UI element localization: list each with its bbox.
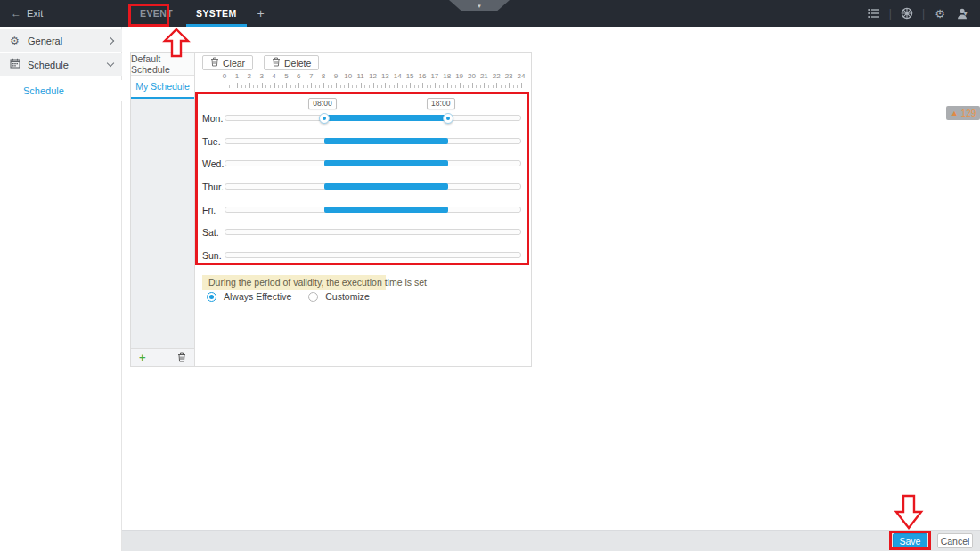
day-label: Thur.: [202, 182, 224, 192]
gear-icon: ⚙: [9, 35, 20, 47]
radio-circle-icon[interactable]: [308, 292, 318, 302]
warning-count: 129: [961, 109, 976, 118]
radio-customize[interactable]: Customize: [308, 291, 370, 302]
sidebar-subitem-schedule[interactable]: Schedule: [0, 80, 122, 101]
user-account-icon[interactable]: ▾: [955, 6, 969, 20]
day-row-thur: Thur.: [195, 183, 531, 194]
time-tooltip: 18:00: [427, 98, 455, 109]
ruler-hour-label: 1: [231, 72, 243, 80]
chevron-down-icon: [107, 60, 114, 67]
ruler-hour-label: 0: [218, 72, 231, 80]
ruler-hour-label: 22: [490, 72, 502, 80]
sidebar-item-general[interactable]: ⚙ General: [0, 29, 122, 52]
cancel-button[interactable]: Cancel: [937, 533, 973, 548]
delete-schedule-icon[interactable]: [177, 350, 186, 366]
ruler-hour-label: 24: [515, 72, 527, 80]
tab-system[interactable]: SYSTEM: [184, 0, 249, 27]
time-slider-track[interactable]: [225, 115, 521, 121]
time-tooltip: 08:00: [308, 98, 337, 109]
add-schedule-button[interactable]: +: [139, 352, 146, 363]
day-label: Sat.: [202, 227, 219, 238]
ruler-hour-label: 6: [292, 72, 305, 80]
profile-default-schedule[interactable]: Default Schedule: [131, 53, 194, 76]
ruler-hour-label: 2: [243, 72, 256, 80]
day-label: Tue.: [202, 136, 221, 147]
day-row-sat: Sat.: [195, 229, 531, 239]
save-button[interactable]: Save: [893, 533, 927, 548]
alarm-warning-badge[interactable]: ▲ 129: [946, 106, 980, 120]
time-slider-range[interactable]: [324, 138, 448, 144]
validity-note: During the period of validity, the execu…: [202, 275, 386, 290]
radio-always-effective[interactable]: Always Effective: [207, 291, 291, 302]
schedule-editor: Clear Delete 012345678910111213141516171…: [195, 53, 531, 366]
ruler-hour-label: 11: [355, 72, 367, 80]
sidebar-item-schedule[interactable]: Schedule: [0, 53, 122, 76]
tab-add[interactable]: +: [249, 0, 274, 27]
ruler-hour-label: 10: [342, 72, 355, 80]
day-label: Mon.: [202, 113, 223, 124]
slider-handle-end[interactable]: [443, 113, 453, 124]
ruler-hour-label: 4: [268, 72, 281, 80]
app-window: ← Exit EVENTSYSTEM+ ||⚙▾ ▾ ⚙ General Sch…: [0, 0, 980, 551]
day-row-sun: Sun.: [195, 252, 531, 263]
ruler-hour-label: 18: [441, 72, 453, 80]
time-slider-range[interactable]: [324, 207, 448, 213]
profile-list-toolbar: +: [131, 348, 194, 366]
exit-label: Exit: [27, 8, 43, 19]
time-slider-track[interactable]: [225, 252, 521, 258]
time-slider-track[interactable]: [225, 160, 521, 166]
ruler-hour-label: 3: [256, 72, 268, 80]
radio-circle-icon[interactable]: [207, 292, 216, 302]
ruler-hour-label: 21: [478, 72, 490, 80]
schedule-panel: Default ScheduleMy Schedule + Clear Dele…: [130, 52, 532, 367]
ruler-hour-label: 7: [305, 72, 317, 80]
menu-list-icon[interactable]: [867, 6, 881, 20]
back-arrow-icon: ←: [11, 7, 21, 20]
topbar-icons: ||⚙▾: [867, 0, 969, 27]
time-slider-range[interactable]: [324, 183, 448, 190]
ruler-hour-label: 14: [391, 72, 404, 80]
network-wheel-icon[interactable]: [900, 6, 914, 20]
ruler-hour-label: 20: [466, 72, 478, 80]
time-slider-track[interactable]: [225, 138, 521, 144]
day-row-fri: Fri.: [195, 207, 531, 217]
validity-options: Always Effective Customize: [207, 291, 370, 302]
ruler-hour-label: 17: [429, 72, 441, 80]
day-label: Fri.: [202, 205, 216, 215]
trash-icon: [210, 57, 219, 69]
ruler-hour-label: 12: [367, 72, 380, 80]
ruler-hour-label: 16: [416, 72, 429, 80]
ruler-hour-label: 8: [317, 72, 330, 80]
day-row-tue: Tue.: [195, 138, 531, 149]
gear-icon[interactable]: ⚙: [933, 6, 947, 20]
delete-button[interactable]: Delete: [264, 55, 319, 70]
exit-button[interactable]: ← Exit: [11, 0, 43, 27]
annotation-arrow-down: [894, 494, 924, 530]
profile-my-schedule[interactable]: My Schedule: [131, 76, 194, 99]
chevron-right-icon: [107, 36, 114, 44]
ruler-hour-label: 19: [453, 72, 466, 80]
ruler-hour-label: 9: [330, 72, 342, 80]
slider-handle-start[interactable]: [319, 113, 330, 124]
ruler-hour-label: 13: [379, 72, 391, 80]
ruler-hour-label: 5: [280, 72, 292, 80]
topbar-tabs: EVENTSYSTEM+: [128, 0, 274, 27]
icon-separator: |: [922, 7, 925, 20]
day-row-mon: Mon.: [195, 115, 531, 126]
time-slider-track[interactable]: [225, 207, 521, 213]
time-slider-track[interactable]: [225, 183, 521, 190]
day-row-wed: Wed.: [195, 160, 531, 171]
schedule-profile-list: Default ScheduleMy Schedule +: [131, 53, 195, 366]
chevron-down-icon: ▾: [478, 3, 481, 9]
icon-separator: |: [889, 7, 892, 20]
ruler-hour-label: 23: [502, 72, 515, 80]
clear-button[interactable]: Clear: [202, 55, 253, 70]
calendar-icon: [9, 58, 20, 71]
day-label: Sun.: [202, 250, 222, 261]
time-slider-range[interactable]: [324, 115, 448, 121]
warning-triangle-icon: ▲: [951, 109, 959, 117]
tab-event[interactable]: EVENT: [128, 0, 184, 27]
ruler-hour-label: 15: [404, 72, 416, 80]
time-slider-range[interactable]: [324, 160, 448, 166]
time-slider-track[interactable]: [225, 229, 521, 235]
